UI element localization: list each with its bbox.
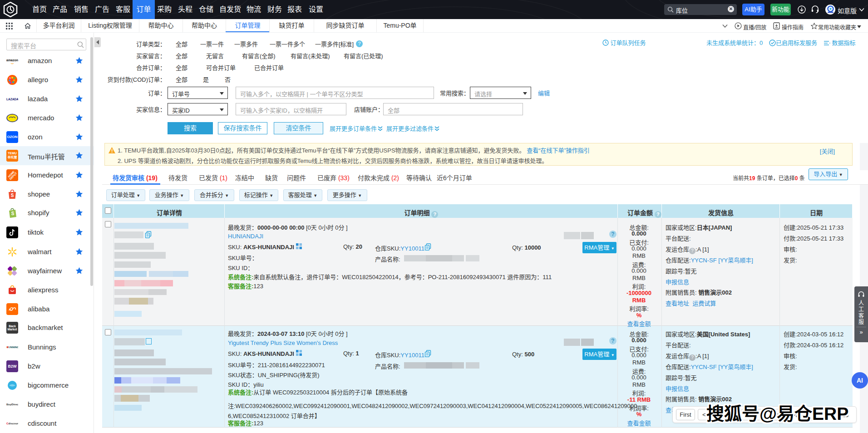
- svg-text:S: S: [11, 193, 14, 198]
- svg-text:S: S: [11, 211, 15, 216]
